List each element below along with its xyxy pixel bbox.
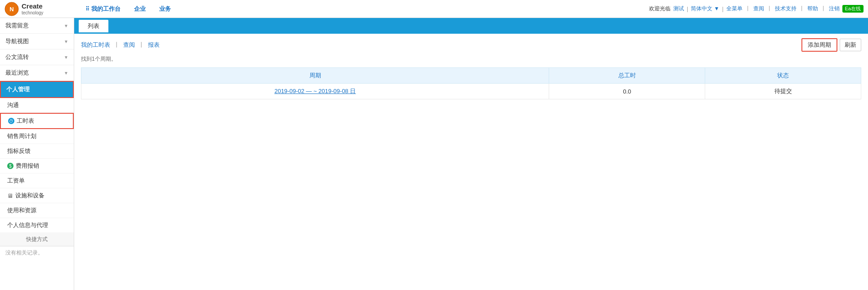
sidebar-item-expense[interactable]: $ 费用报销 (0, 159, 74, 174)
devices-icon: 🖥 (7, 192, 13, 199)
no-record-text: 没有相关记录。 (0, 246, 74, 259)
sidebar-label-devices: 设施和设备 (15, 192, 45, 200)
action-bar: 我的工时表 丨 查阅 丨 报表 添加周期 刷新 (81, 38, 861, 52)
nav-enterprise-label: 企业 (134, 5, 146, 13)
col-header-period: 周期 (81, 68, 549, 84)
all-menu-link[interactable]: 全菜单 (726, 5, 743, 13)
breadcrumb-sep1: 丨 (114, 41, 120, 49)
cell-total-hours: 0.0 (549, 84, 705, 99)
logo-area: N Create technology (4, 2, 76, 16)
top-header: N Create technology ⠿ 我的工作台 企业 业务 欢迎光临 测… (0, 0, 868, 18)
arrow-guide: ▼ (64, 39, 68, 44)
logo-icon: N (4, 2, 19, 16)
breadcrumb-sep2: 丨 (139, 41, 144, 49)
svg-text:N: N (9, 6, 13, 13)
table-row: 2019-09-02 — ~ 2019-09-08 日0.0待提交 (81, 84, 861, 99)
expense-icon: $ (7, 163, 13, 169)
sidebar-item-devices[interactable]: 🖥 设施和设备 (0, 188, 74, 203)
sep1: | (687, 6, 688, 12)
nav-workbench-label: 我的工作台 (91, 5, 121, 13)
add-period-button[interactable]: 添加周期 (801, 38, 837, 52)
sidebar-label-workflow: 公文流转 (5, 53, 29, 61)
tech-support-link[interactable]: 技术支持 (775, 5, 796, 13)
sidebar-label-personal: 个人管理 (6, 85, 30, 94)
data-table: 周期 总工时 状态 2019-09-02 — ~ 2019-09-08 日0.0… (81, 67, 861, 99)
cell-period: 2019-09-02 — ~ 2019-09-08 日 (81, 84, 549, 99)
logo-technology: technology (22, 10, 43, 16)
test-link[interactable]: 测试 (673, 5, 684, 13)
review-link[interactable]: 查阅 (753, 5, 764, 13)
table-header-row: 周期 总工时 状态 (81, 68, 861, 84)
arrow-needs: ▼ (64, 23, 68, 28)
nav-business-label: 业务 (159, 5, 171, 13)
col-header-total-hours: 总工时 (549, 68, 705, 84)
sep3: 丨 (745, 5, 751, 13)
sidebar-item-communicate[interactable]: 沟通 (0, 98, 74, 113)
top-right: 欢迎光临 测试 | 简体中文 ▼ | 全菜单 丨 查阅 丨 技术支持 丨 帮助 … (649, 5, 864, 13)
breadcrumb-review[interactable]: 查阅 (123, 41, 135, 49)
sidebar-item-personal-info[interactable]: 个人信息与代理 (0, 218, 74, 233)
sidebar-item-recent[interactable]: 最近浏览 ▼ (0, 65, 74, 81)
sidebar-label-personal-info: 个人信息与代理 (7, 221, 48, 229)
tab-list-label: 列表 (88, 22, 99, 29)
sidebar-label-sales-plan: 销售周计划 (7, 132, 36, 140)
timesheet-icon: ⏱ (8, 118, 14, 124)
sidebar-label-usage: 使用和资源 (7, 206, 36, 214)
sidebar-label-payroll: 工资单 (7, 177, 25, 185)
sidebar-label-timesheet: 工时表 (17, 117, 34, 125)
lang-link[interactable]: 简体中文 ▼ (691, 5, 719, 13)
sidebar-item-personal[interactable]: 个人管理 (0, 81, 74, 98)
period-link[interactable]: 2019-09-02 — ~ 2019-09-08 日 (274, 88, 356, 94)
sidebar-item-workflow[interactable]: 公文流转 ▼ (0, 49, 74, 65)
sidebar-label-guide: 导航视图 (5, 37, 29, 45)
tab-list[interactable]: 列表 (79, 20, 108, 32)
content-area: 我的工时表 丨 查阅 丨 报表 添加周期 刷新 找到1个周期。 周期 总工时 (74, 34, 868, 290)
sidebar-item-indicator[interactable]: 指标反馈 (0, 144, 74, 159)
sep5: 丨 (799, 5, 805, 13)
nav-business[interactable]: 业务 (159, 5, 171, 13)
right-buttons: 添加周期 刷新 (801, 38, 861, 52)
sidebar-item-usage[interactable]: 使用和资源 (0, 203, 74, 218)
logout-link[interactable]: 注销 (829, 5, 840, 13)
col-header-status: 状态 (705, 68, 861, 84)
help-link[interactable]: 帮助 (807, 5, 818, 13)
sidebar: 我需留意 ▼ 导航视图 ▼ 公文流转 ▼ 最近浏览 ▼ 个人管理 沟通 ⏱ 工时… (0, 18, 74, 290)
sep4: 丨 (767, 5, 772, 13)
layout: 我需留意 ▼ 导航视图 ▼ 公文流转 ▼ 最近浏览 ▼ 个人管理 沟通 ⏱ 工时… (0, 18, 868, 290)
main-content: 列表 我的工时表 丨 查阅 丨 报表 添加周期 刷新 找到1个周期。 (74, 18, 868, 290)
cell-status: 待提交 (705, 84, 861, 99)
sidebar-label-indicator: 指标反馈 (7, 147, 31, 155)
grid-icon: ⠿ (85, 6, 89, 12)
arrow-recent: ▼ (64, 71, 68, 76)
found-text: 找到1个周期。 (81, 55, 861, 63)
sidebar-item-timesheet[interactable]: ⏱ 工时表 (0, 113, 74, 129)
sidebar-item-guide[interactable]: 导航视图 ▼ (0, 34, 74, 49)
quick-access-title: 快捷方式 (0, 233, 74, 246)
tab-bar: 列表 (74, 18, 868, 34)
nav-workbench[interactable]: ⠿ 我的工作台 (85, 5, 121, 13)
online-badge: Ea在线 (842, 5, 864, 13)
breadcrumb: 我的工时表 丨 查阅 丨 报表 (81, 41, 160, 49)
sidebar-label-expense: 费用报销 (16, 162, 39, 170)
refresh-button[interactable]: 刷新 (840, 39, 861, 51)
sidebar-item-needs[interactable]: 我需留意 ▼ (0, 18, 74, 34)
arrow-workflow: ▼ (64, 55, 68, 60)
sep6: 丨 (821, 5, 826, 13)
sep2: | (722, 6, 723, 12)
breadcrumb-timesheet[interactable]: 我的工时表 (81, 41, 110, 49)
sidebar-item-payroll[interactable]: 工资单 (0, 174, 74, 188)
logo-create: Create (22, 2, 43, 10)
welcome-text: 欢迎光临 (649, 5, 671, 13)
sidebar-label-recent: 最近浏览 (5, 69, 29, 77)
sidebar-item-sales-plan[interactable]: 销售周计划 (0, 129, 74, 144)
nav-enterprise[interactable]: 企业 (134, 5, 146, 13)
sidebar-label-needs: 我需留意 (5, 22, 29, 30)
logo-text: Create technology (22, 2, 43, 16)
sidebar-label-communicate: 沟通 (7, 101, 19, 109)
breadcrumb-report[interactable]: 报表 (148, 41, 160, 49)
main-nav: ⠿ 我的工作台 企业 业务 (76, 5, 649, 13)
